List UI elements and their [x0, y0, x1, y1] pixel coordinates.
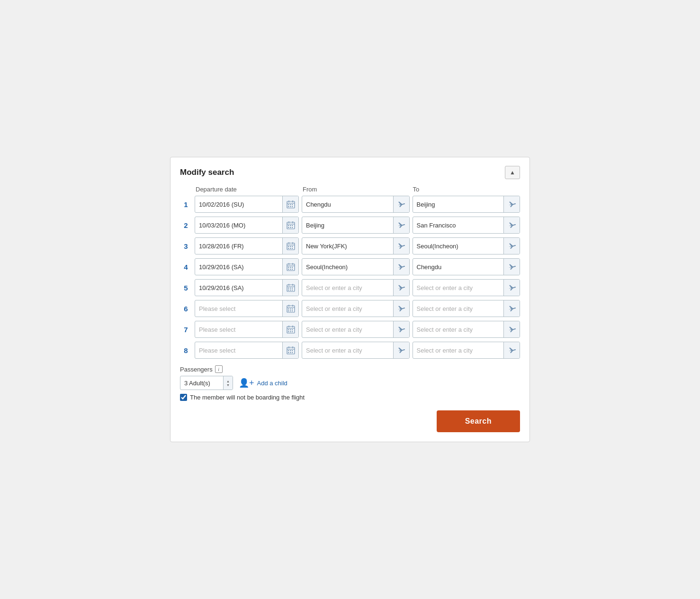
- svg-rect-68: [290, 331, 291, 332]
- adult-select[interactable]: 3 Adult(s) 1 Adult(s) 2 Adult(s) 4 Adult…: [180, 376, 233, 390]
- add-child-link[interactable]: 👤+ Add a child: [239, 378, 287, 388]
- from-input-2[interactable]: [302, 217, 393, 233]
- date-input-4[interactable]: [195, 259, 282, 275]
- to-input-2[interactable]: [413, 217, 504, 233]
- calendar-button-4[interactable]: [282, 259, 298, 275]
- calendar-button-5[interactable]: [282, 280, 298, 296]
- col-header-from: From: [303, 186, 410, 193]
- from-field-3: [302, 237, 410, 254]
- from-input-1[interactable]: [302, 196, 393, 212]
- to-input-3[interactable]: [413, 238, 504, 254]
- from-plane-button-6[interactable]: [393, 300, 409, 317]
- from-input-4[interactable]: [302, 259, 393, 275]
- to-plane-button-7[interactable]: [503, 321, 520, 337]
- from-input-3[interactable]: [302, 238, 393, 254]
- svg-rect-6: [292, 204, 293, 205]
- date-input-3[interactable]: [195, 238, 282, 254]
- from-plane-button-3[interactable]: [393, 238, 409, 254]
- adult-select-dropdown[interactable]: 3 Adult(s) 1 Adult(s) 2 Adult(s) 4 Adult…: [180, 376, 223, 390]
- from-plane-button-2[interactable]: [393, 217, 409, 233]
- date-input-2[interactable]: [195, 217, 282, 233]
- row-number-6: 6: [180, 305, 192, 313]
- calendar-button-1[interactable]: [282, 196, 298, 212]
- to-input-6[interactable]: [413, 300, 504, 317]
- svg-rect-45: [290, 288, 291, 289]
- to-input-1[interactable]: [413, 196, 504, 212]
- from-input-8[interactable]: [302, 342, 393, 358]
- adult-select-arrow: ▲ ▼: [223, 376, 233, 390]
- modify-search-panel: Modify search ▲ Departure date From To 1…: [170, 157, 530, 442]
- date-input-6[interactable]: [195, 300, 282, 317]
- from-plane-button-4[interactable]: [393, 259, 409, 275]
- svg-rect-36: [292, 267, 293, 268]
- svg-rect-8: [290, 206, 291, 207]
- search-button[interactable]: Search: [437, 410, 520, 432]
- to-plane-button-4[interactable]: [503, 259, 520, 275]
- svg-rect-48: [290, 290, 291, 290]
- from-input-7[interactable]: [302, 321, 393, 337]
- calendar-button-7[interactable]: [282, 321, 298, 337]
- flight-row: 3: [180, 237, 520, 254]
- svg-rect-78: [290, 352, 291, 353]
- date-input-7[interactable]: [195, 321, 282, 337]
- from-plane-button-7[interactable]: [393, 321, 409, 337]
- svg-rect-7: [288, 206, 289, 207]
- flight-row: 2: [180, 217, 520, 234]
- calendar-button-2[interactable]: [282, 217, 298, 233]
- flight-rows-container: 1 2 3: [180, 196, 520, 359]
- from-field-1: [302, 196, 410, 213]
- date-field-5: [195, 279, 299, 296]
- svg-rect-58: [290, 310, 291, 311]
- to-plane-button-2[interactable]: [503, 217, 520, 233]
- date-input-1[interactable]: [195, 196, 282, 212]
- to-field-7: [413, 321, 521, 338]
- svg-rect-65: [290, 329, 291, 330]
- from-plane-button-8[interactable]: [393, 342, 409, 358]
- to-input-5[interactable]: [413, 280, 504, 296]
- svg-rect-64: [288, 329, 289, 330]
- col-header-date: Departure date: [196, 186, 300, 193]
- row-number-7: 7: [180, 326, 192, 334]
- col-header-to: To: [413, 186, 521, 193]
- svg-rect-34: [288, 267, 289, 268]
- calendar-button-8[interactable]: [282, 342, 298, 358]
- svg-rect-17: [288, 227, 289, 228]
- svg-rect-18: [290, 227, 291, 228]
- member-boarding-checkbox[interactable]: [180, 394, 187, 401]
- flight-row: 5: [180, 279, 520, 296]
- to-plane-button-5[interactable]: [503, 280, 520, 296]
- collapse-button[interactable]: ▲: [505, 166, 520, 179]
- svg-rect-79: [292, 352, 293, 353]
- from-plane-button-5[interactable]: [393, 280, 409, 296]
- svg-rect-49: [292, 290, 293, 290]
- svg-rect-56: [292, 309, 293, 309]
- svg-rect-67: [288, 331, 289, 332]
- to-plane-button-6[interactable]: [503, 300, 520, 317]
- to-plane-button-8[interactable]: [503, 342, 520, 358]
- to-input-7[interactable]: [413, 321, 504, 337]
- date-field-3: [195, 237, 299, 254]
- to-plane-button-1[interactable]: [503, 196, 520, 212]
- from-input-6[interactable]: [302, 300, 393, 317]
- to-input-4[interactable]: [413, 259, 504, 275]
- row-number-5: 5: [180, 284, 192, 292]
- svg-rect-76: [292, 350, 293, 351]
- member-boarding-row: The member will not be boarding the flig…: [180, 394, 520, 401]
- from-field-7: [302, 321, 410, 338]
- svg-rect-14: [288, 225, 289, 226]
- search-button-row: Search: [180, 410, 520, 432]
- date-input-8[interactable]: [195, 342, 282, 358]
- calendar-button-6[interactable]: [282, 300, 298, 317]
- flight-row: 8: [180, 342, 520, 359]
- from-plane-button-1[interactable]: [393, 196, 409, 212]
- date-field-4: [195, 258, 299, 275]
- to-field-2: [413, 217, 521, 234]
- svg-rect-37: [288, 269, 289, 270]
- to-plane-button-3[interactable]: [503, 238, 520, 254]
- to-field-4: [413, 258, 521, 275]
- from-input-5[interactable]: [302, 280, 393, 296]
- calendar-button-3[interactable]: [282, 238, 298, 254]
- date-input-5[interactable]: [195, 280, 282, 296]
- to-input-8[interactable]: [413, 342, 504, 358]
- from-field-2: [302, 217, 410, 234]
